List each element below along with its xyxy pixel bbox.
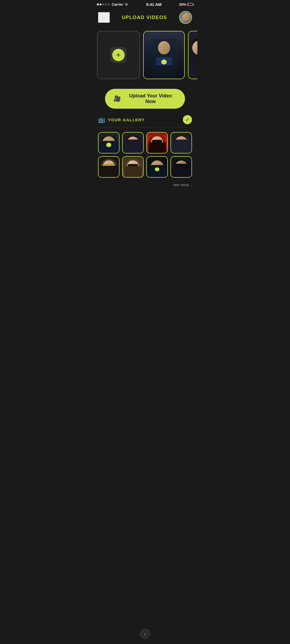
header: ← UPLOAD VIDEOS bbox=[93, 8, 197, 28]
gallery-grid-row2 bbox=[98, 156, 192, 178]
see-more-button[interactable]: see more... bbox=[173, 183, 192, 187]
status-time: 9:41 AM bbox=[146, 2, 161, 7]
gallery-item-4[interactable] bbox=[171, 132, 192, 153]
gallery-item-2[interactable] bbox=[122, 132, 144, 153]
gallery-check-icon: ✓ bbox=[183, 115, 192, 124]
gallery-item-7[interactable] bbox=[146, 156, 168, 178]
camera-icon: 🎥 bbox=[114, 95, 121, 102]
back-button[interactable]: ← bbox=[98, 12, 110, 23]
status-bar: Carrier 9:41 AM 20% bbox=[93, 0, 197, 8]
video-preview-section: + bbox=[93, 28, 197, 85]
gallery-section: 📺 YOUR GALLERY ✓ bbox=[93, 115, 197, 192]
battery-icon bbox=[187, 3, 193, 6]
gallery-title: YOUR GALLERY bbox=[108, 118, 180, 122]
status-left: Carrier bbox=[97, 2, 129, 6]
add-video-button[interactable]: + bbox=[97, 31, 140, 79]
upload-button-label: Upload Your Video Now bbox=[125, 93, 176, 104]
avatar[interactable] bbox=[179, 11, 192, 24]
carrier-label: Carrier bbox=[112, 2, 123, 6]
upload-section: 🎥 Upload Your Video Now bbox=[93, 85, 197, 115]
gallery-header: 📺 YOUR GALLERY ✓ bbox=[98, 115, 192, 128]
status-right: 20% bbox=[179, 2, 193, 6]
gallery-item-5[interactable] bbox=[98, 156, 119, 178]
gallery-item-8[interactable] bbox=[171, 156, 192, 178]
gallery-grid-row1 bbox=[98, 132, 192, 153]
gallery-item-3[interactable] bbox=[146, 132, 168, 153]
signal-icon bbox=[97, 3, 110, 5]
plus-icon: + bbox=[112, 49, 125, 61]
page-title: UPLOAD VIDEOS bbox=[122, 15, 167, 20]
see-more-row: see more... bbox=[98, 180, 192, 192]
upload-button[interactable]: 🎥 Upload Your Video Now bbox=[105, 89, 185, 109]
gallery-item-6[interactable] bbox=[122, 156, 144, 178]
video-thumbnail-2[interactable] bbox=[188, 31, 197, 79]
wifi-icon bbox=[124, 3, 129, 6]
video-thumbnail-1[interactable] bbox=[143, 31, 185, 79]
gallery-item-1[interactable] bbox=[98, 132, 119, 153]
gallery-icon: 📺 bbox=[98, 116, 105, 123]
battery-label: 20% bbox=[179, 2, 186, 6]
